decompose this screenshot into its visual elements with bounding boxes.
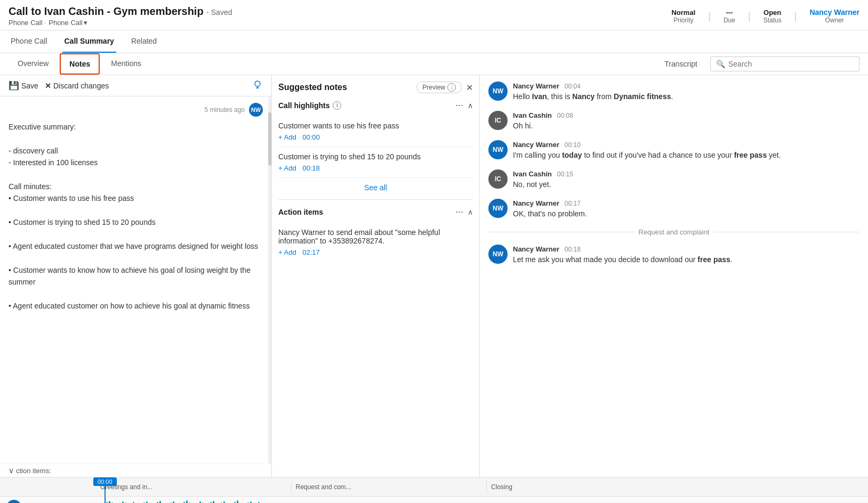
- chevron-down-icon: ∨: [9, 466, 14, 475]
- action-add-button[interactable]: + Add: [278, 248, 296, 256]
- message-text: Oh hi.: [513, 120, 859, 132]
- collapse-button[interactable]: ∨ ction items:: [0, 464, 271, 477]
- see-all-button[interactable]: See all: [278, 178, 473, 197]
- time-link[interactable]: 00:18: [302, 164, 320, 172]
- action-text: Nancy Warner to send email about "some h…: [278, 228, 473, 245]
- avatar: IC: [488, 111, 508, 130]
- speaker-name: Nancy Warner: [513, 141, 559, 149]
- suggested-header: Suggested notes Preview i ✕: [278, 82, 473, 93]
- transcript-panel: NW Nancy Warner 00:04 Hello Ivan, this i…: [480, 75, 868, 477]
- scrollbar-thumb[interactable]: [268, 112, 271, 166]
- chevron-down-icon: ▾: [84, 19, 87, 27]
- timeline-marker[interactable]: 00:00: [93, 477, 117, 503]
- timeline-section-2: Request and com...: [292, 481, 487, 493]
- header-subtitle: Phone Call · Phone Call ▾: [9, 19, 232, 27]
- collapse-label: ction items:: [16, 467, 51, 475]
- meta-separator: |: [708, 11, 711, 22]
- highlight-text: Customer wants to use his free pass: [278, 121, 473, 130]
- highlight-item: Customer is trying to shed 15 to 20 poun…: [278, 147, 473, 178]
- sub-tab-mentions[interactable]: Mentions: [102, 53, 150, 75]
- tab-call-summary[interactable]: Call Summary: [62, 30, 116, 53]
- marker-line: [105, 486, 106, 503]
- avatar: IC: [488, 169, 508, 189]
- save-icon: 💾: [9, 80, 19, 91]
- owner-label[interactable]: Nancy Warner: [809, 8, 859, 17]
- message-text: Let me ask you what made you decide to d…: [513, 254, 859, 265]
- dropdown-text: Phone Call: [49, 19, 83, 27]
- due-label: ---: [724, 9, 735, 17]
- tab-related[interactable]: Related: [129, 30, 159, 53]
- timeline-area: 00:00 Greetings and in... Request and co…: [0, 477, 868, 503]
- timeline-sections: Greetings and in... Request and com... C…: [96, 481, 868, 493]
- close-button[interactable]: ✕: [466, 83, 473, 93]
- action-collapse-icon[interactable]: ∧: [468, 208, 473, 216]
- message-content: Nancy Warner 00:04 Hello Ivan, this is N…: [513, 82, 859, 102]
- highlight-item: Customer wants to use his free pass + Ad…: [278, 116, 473, 147]
- subtitle-dropdown[interactable]: Phone Call ▾: [49, 19, 87, 27]
- highlight-text: Customer is trying to shed 15 to 20 poun…: [278, 152, 473, 161]
- section-actions: ··· ∧: [455, 100, 473, 111]
- more-options-icon[interactable]: ···: [455, 100, 463, 111]
- transcript-message: IC Ivan Cashin 00:15 No, not yet.: [488, 169, 859, 190]
- priority-sublabel: Priority: [671, 17, 695, 24]
- search-box: 🔍: [710, 56, 859, 71]
- action-section-actions: ··· ∧: [455, 206, 473, 217]
- notes-text-content[interactable]: Executive summary: - discovery call - In…: [9, 121, 263, 312]
- timestamp-text: 5 minutes ago: [205, 106, 245, 113]
- preview-badge[interactable]: Preview i: [416, 82, 462, 93]
- discard-label: Discard changes: [53, 82, 109, 90]
- transcript-body: NW Nancy Warner 00:04 Hello Ivan, this i…: [480, 75, 868, 477]
- action-item: Nancy Warner to send email about "some h…: [278, 223, 473, 262]
- save-label: Save: [21, 82, 38, 90]
- track-label-nw: NW Nancy War...: [0, 500, 96, 504]
- sep: ·: [299, 164, 301, 172]
- discard-button[interactable]: ✕ Discard changes: [45, 82, 109, 90]
- message-content: Nancy Warner 00:17 OK, that's no problem…: [513, 199, 859, 220]
- tab-phone-call[interactable]: Phone Call: [9, 30, 50, 53]
- message-content: Nancy Warner 00:10 I'm calling you today…: [513, 140, 859, 161]
- transcript-label: Transcript: [656, 54, 706, 74]
- transcript-message: NW Nancy Warner 00:17 OK, that's no prob…: [488, 199, 859, 220]
- owner-meta: Nancy Warner Owner: [809, 8, 859, 24]
- action-more-icon[interactable]: ···: [455, 206, 463, 217]
- highlights-info-icon[interactable]: i: [333, 101, 341, 110]
- notes-body: 5 minutes ago NW Executive summary: - di…: [0, 96, 271, 464]
- call-highlights-title: Call highlights i: [278, 101, 341, 110]
- meta-separator-3: |: [794, 11, 797, 22]
- collapse-icon[interactable]: ∧: [468, 101, 473, 110]
- avatar: NW: [488, 140, 508, 159]
- page-header: Call to Ivan Cashin - Gym membership - S…: [0, 0, 868, 30]
- bulb-icon[interactable]: [252, 79, 263, 92]
- highlight-actions: + Add · 00:00: [278, 133, 473, 141]
- notes-toolbar: 💾 Save ✕ Discard changes: [0, 75, 271, 96]
- owner-sublabel: Owner: [809, 17, 859, 24]
- add-button[interactable]: + Add: [278, 164, 296, 172]
- action-items-title: Action items: [278, 208, 323, 216]
- info-icon[interactable]: i: [447, 83, 456, 92]
- add-button[interactable]: + Add: [278, 133, 296, 141]
- action-time-link[interactable]: 02:17: [302, 248, 320, 256]
- timeline-section-3: Closing: [487, 481, 868, 493]
- close-icon: ✕: [45, 82, 51, 90]
- divider-label: Request and complaint: [639, 228, 710, 236]
- sub-tab-overview[interactable]: Overview: [9, 53, 58, 75]
- message-time: 00:10: [565, 141, 581, 149]
- svg-point-0: [255, 81, 260, 86]
- action-actions: + Add · 02:17: [278, 248, 473, 256]
- priority-label: Normal: [671, 9, 695, 17]
- avatar: NW: [488, 82, 508, 101]
- timeline-track-nw: NW Nancy War...: [0, 497, 868, 503]
- speaker-name: Nancy Warner: [513, 245, 559, 253]
- search-input[interactable]: [728, 60, 854, 68]
- message-time: 00:15: [557, 171, 573, 178]
- message-time: 00:18: [565, 246, 581, 253]
- sub-tabs-row: Overview Notes Mentions Transcript 🔍: [0, 53, 868, 75]
- notes-timestamp: 5 minutes ago NW: [9, 103, 263, 117]
- action-section-header: Action items ··· ∧: [278, 206, 473, 217]
- time-link[interactable]: 00:00: [302, 133, 320, 141]
- save-button[interactable]: 💾 Save: [9, 80, 38, 91]
- transcript-message: NW Nancy Warner 00:04 Hello Ivan, this i…: [488, 82, 859, 102]
- sub-tab-notes[interactable]: Notes: [60, 53, 100, 75]
- sep: ·: [299, 133, 301, 141]
- title-text: Call to Ivan Cashin - Gym membership: [9, 5, 204, 17]
